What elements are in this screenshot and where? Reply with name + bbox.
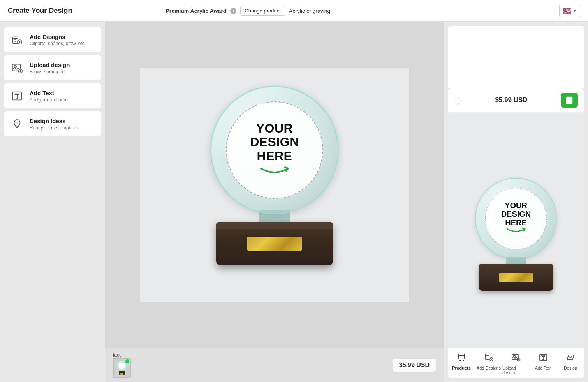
base-plaque: [247, 237, 302, 251]
right-panel-top-white: [448, 26, 584, 88]
flag-icon: 🇺🇸: [563, 7, 571, 15]
amazon-smile-icon: [259, 165, 290, 179]
info-icon[interactable]: i: [230, 8, 236, 14]
canvas-wrapper: YOUR DESIGN HERE: [105, 22, 444, 348]
right-bottom-nav: Products Add Designs: [448, 348, 584, 378]
sidebar-item-title-upload-design: Upload design: [30, 62, 70, 68]
sidebar-item-subtitle-add-designs: Cliparts, shapes, draw, etc: [30, 41, 85, 46]
mini-base: [479, 257, 553, 291]
nav-item-add-text[interactable]: Add Text: [530, 351, 557, 377]
svg-rect-12: [120, 373, 123, 375]
face-active-dot: [125, 359, 129, 363]
mini-globe-inner: YOUR DESIGN HERE: [485, 188, 547, 249]
sidebar-text-design-ideas: Design Ideas Ready to use templates: [30, 118, 79, 131]
sidebar-item-title-design-ideas: Design Ideas: [30, 118, 79, 124]
sidebar-text-add-designs: Add Designs Cliparts, shapes, draw, etc: [30, 34, 85, 46]
face-label: face: [113, 352, 131, 358]
sidebar-item-subtitle-upload-design: Browse or import: [30, 69, 70, 74]
globe-sphere: YOUR DESIGN HERE: [210, 86, 339, 214]
mini-connector: [506, 257, 526, 264]
design-placeholder-text: YOUR DESIGN HERE: [250, 122, 299, 163]
base-body: [216, 222, 333, 265]
mini-trophy: YOUR DESIGN HERE: [475, 178, 557, 291]
trophy-main: YOUR DESIGN HERE: [199, 86, 350, 288]
main-price-badge: $5.99 USD: [393, 358, 436, 372]
product-name: Premium Acrylic Award: [165, 8, 226, 14]
main-layout: Add Designs Cliparts, shapes, draw, etc …: [0, 22, 588, 382]
right-panel: ⋮ $5.99 USD YOUR D: [444, 22, 588, 382]
svg-point-5: [20, 71, 21, 72]
change-product-button[interactable]: Change product: [240, 6, 285, 16]
nav-add-text-icon: [539, 353, 548, 364]
add-text-icon: [10, 89, 24, 103]
sidebar: Add Designs Cliparts, shapes, draw, etc …: [0, 22, 105, 382]
products-icon: [457, 353, 466, 364]
right-card-header: ⋮ $5.99 USD: [448, 88, 584, 113]
nav-label-add-text: Add Text: [535, 366, 552, 370]
right-card: ⋮ $5.99 USD YOUR D: [448, 88, 584, 378]
nav-label-products: Products: [452, 366, 471, 370]
canvas-inner[interactable]: YOUR DESIGN HERE: [140, 68, 409, 302]
right-preview-area: YOUR DESIGN HERE: [448, 113, 584, 348]
base-highlight: [216, 222, 333, 229]
nav-label-design: Design: [564, 366, 577, 370]
three-dots-menu[interactable]: ⋮: [454, 96, 462, 104]
header-center: Premium Acrylic Award i Change product A…: [165, 6, 330, 16]
page-title: Create Your Design: [8, 7, 72, 15]
nav-item-design[interactable]: Design: [557, 351, 584, 377]
svg-point-8: [16, 122, 18, 123]
mini-design-text: YOUR DESIGN HERE: [501, 201, 531, 227]
sidebar-item-add-text[interactable]: Add Text Add your text here: [4, 83, 101, 108]
sidebar-item-subtitle-add-text: Add your text here: [30, 97, 68, 103]
chevron-down-icon: ▼: [573, 9, 577, 13]
language-selector[interactable]: 🇺🇸 ▼: [559, 5, 580, 17]
header: Create Your Design Premium Acrylic Award…: [0, 0, 588, 22]
svg-rect-14: [485, 354, 489, 359]
header-right: 🇺🇸 ▼: [559, 5, 580, 17]
svg-rect-0: [13, 37, 18, 44]
svg-point-10: [118, 362, 125, 369]
sidebar-item-upload-design[interactable]: Upload design Browse or import: [4, 55, 101, 80]
nav-design-icon: [566, 353, 575, 364]
sidebar-item-title-add-designs: Add Designs: [30, 34, 85, 40]
nav-label-add-designs: Add Designs: [477, 366, 501, 370]
nav-upload-icon: [511, 353, 521, 364]
canvas-bottom-bar: face $5.99 USD: [105, 348, 444, 382]
nav-add-designs-icon: [484, 353, 493, 364]
nav-item-add-designs[interactable]: Add Designs: [475, 351, 502, 377]
upload-design-icon: [10, 61, 24, 75]
mini-amazon-smile-icon: [506, 227, 526, 236]
panel-price-display: $5.99 USD: [495, 96, 527, 104]
nav-item-products[interactable]: Products: [448, 351, 475, 377]
sidebar-item-design-ideas[interactable]: Design Ideas Ready to use templates: [4, 111, 101, 136]
mini-plaque: [499, 273, 533, 282]
sidebar-text-upload-design: Upload design Browse or import: [30, 62, 70, 74]
face-thumb-image[interactable]: [113, 358, 131, 378]
engraving-label: Acrylic engraving: [289, 8, 331, 14]
mini-globe: YOUR DESIGN HERE: [475, 178, 557, 260]
sidebar-item-subtitle-design-ideas: Ready to use templates: [30, 125, 79, 131]
add-designs-icon: [10, 33, 24, 47]
mini-base-body: [479, 264, 553, 291]
globe-inner: YOUR DESIGN HERE: [226, 101, 323, 199]
sidebar-item-add-designs[interactable]: Add Designs Cliparts, shapes, draw, etc: [4, 27, 101, 52]
face-thumbnail-area: face: [113, 352, 131, 378]
sidebar-text-add-text: Add Text Add your text here: [30, 90, 68, 103]
nav-item-upload-design[interactable]: Upload design: [502, 351, 530, 377]
sidebar-item-title-add-text: Add Text: [30, 90, 68, 96]
trophy-base: [212, 210, 337, 265]
add-to-cart-button[interactable]: [561, 93, 578, 108]
canvas-area: YOUR DESIGN HERE: [105, 22, 444, 382]
nav-label-upload-design: Upload design: [502, 366, 530, 375]
design-ideas-icon: [10, 117, 24, 131]
